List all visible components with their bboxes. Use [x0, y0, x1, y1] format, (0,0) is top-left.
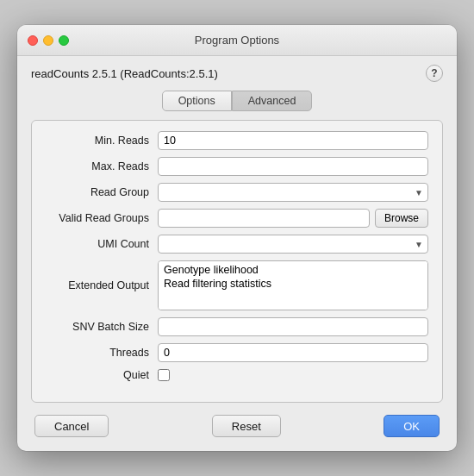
valid-read-groups-row: Valid Read Groups Browse: [46, 209, 428, 228]
min-reads-input[interactable]: [158, 131, 428, 150]
max-reads-input[interactable]: [158, 157, 428, 176]
valid-read-groups-input[interactable]: [158, 209, 370, 228]
read-group-select-wrapper: ▼: [158, 183, 428, 202]
min-reads-label: Min. Reads: [46, 135, 158, 147]
titlebar: Program Options: [17, 25, 457, 56]
window-title: Program Options: [195, 34, 279, 47]
snv-batch-size-label: SNV Batch Size: [46, 321, 158, 333]
extended-output-label: Extended Output: [46, 279, 158, 291]
help-button[interactable]: ?: [426, 65, 443, 82]
max-reads-row: Max. Reads: [46, 157, 428, 176]
list-item[interactable]: Read filtering statistics: [159, 277, 427, 291]
extended-output-listbox-wrapper: Genotype likelihood Read filtering stati…: [158, 260, 428, 310]
tab-advanced[interactable]: Advanced: [232, 91, 313, 111]
minimize-button[interactable]: [43, 35, 53, 46]
app-info-label: readCounts 2.5.1 (ReadCounts:2.5.1): [31, 67, 218, 80]
browse-button[interactable]: Browse: [375, 209, 428, 228]
snv-batch-size-input[interactable]: [158, 317, 428, 336]
umi-count-select-wrapper: ▼: [158, 235, 428, 254]
extended-output-row: Extended Output Genotype likelihood Read…: [46, 260, 428, 310]
valid-read-groups-field-row: Browse: [158, 209, 428, 228]
traffic-lights: [28, 35, 69, 46]
read-group-label: Read Group: [46, 186, 158, 198]
quiet-label: Quiet: [46, 369, 158, 381]
quiet-checkbox[interactable]: [158, 369, 170, 381]
ok-button[interactable]: OK: [384, 415, 440, 437]
program-options-window: Program Options readCounts 2.5.1 (ReadCo…: [17, 25, 457, 451]
tab-bar: Options Advanced: [31, 91, 443, 111]
threads-row: Threads: [46, 343, 428, 362]
content-panel: Min. Reads Max. Reads Read Group ▼: [31, 120, 443, 403]
tab-options[interactable]: Options: [162, 91, 232, 111]
threads-label: Threads: [46, 347, 158, 359]
reset-button[interactable]: Reset: [212, 415, 281, 437]
max-reads-label: Max. Reads: [46, 160, 158, 172]
quiet-row: Quiet: [46, 369, 428, 381]
close-button[interactable]: [28, 35, 38, 46]
min-reads-row: Min. Reads: [46, 131, 428, 150]
maximize-button[interactable]: [59, 35, 69, 46]
window-body: readCounts 2.5.1 (ReadCounts:2.5.1) ? Op…: [17, 56, 457, 451]
cancel-button[interactable]: Cancel: [34, 415, 109, 437]
umi-count-row: UMI Count ▼: [46, 235, 428, 254]
list-item[interactable]: Genotype likelihood: [159, 263, 427, 277]
snv-batch-size-row: SNV Batch Size: [46, 317, 428, 336]
threads-input[interactable]: [158, 343, 428, 362]
read-group-select[interactable]: [158, 183, 428, 202]
app-info-row: readCounts 2.5.1 (ReadCounts:2.5.1) ?: [31, 65, 443, 82]
read-group-row: Read Group ▼: [46, 183, 428, 202]
extended-output-listbox[interactable]: Genotype likelihood Read filtering stati…: [159, 261, 427, 310]
umi-count-label: UMI Count: [46, 238, 158, 250]
valid-read-groups-label: Valid Read Groups: [46, 212, 158, 224]
footer: Cancel Reset OK: [31, 415, 443, 437]
umi-count-select[interactable]: [158, 235, 428, 254]
